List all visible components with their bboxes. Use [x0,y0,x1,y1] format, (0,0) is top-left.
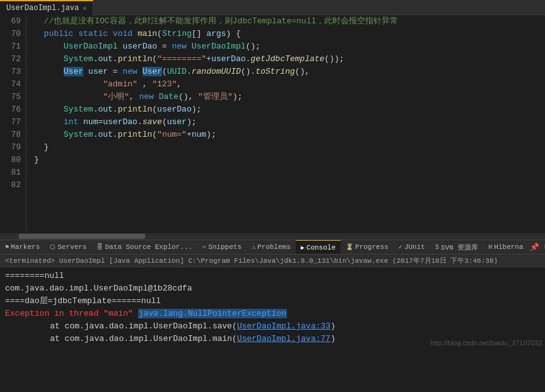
bottom-tab-servers[interactable]: ⬡Servers [45,239,91,255]
line-number: 70 [5,28,21,40]
console-line: com.java.dao.impl.UserDaoImpl@1b28cdfa [5,282,540,295]
console-line: Exception in thread "main" java.lang.Nul… [5,308,540,320]
bottom-tab-data-source[interactable]: 🗄Data Source Explor... [91,239,197,255]
stack-trace-link[interactable]: UserDaoImpl.java:33 [237,321,331,331]
code-line: User user = new User(UUID.randomUUID().t… [34,66,545,78]
tab-close-icon[interactable]: ✕ [83,4,86,12]
code-line: //也就是没有IOC容器，此时注解不能发挥作用，则JdbcTemplate=nu… [34,15,545,28]
line-number: 78 [5,129,21,141]
stop-icon[interactable]: ■ [543,243,545,251]
pin-icon[interactable]: 📌 [529,243,541,252]
code-line: "小明", new Date(), "管理员"); [34,91,545,103]
code-line: UserDaoImpl userDao = new UserDaoImpl(); [34,40,545,53]
exception-highlight: java.lang.NullPointerException [138,309,287,318]
line-number: 74 [5,78,21,91]
progress-icon: ⏳ [346,243,353,251]
line-number: 72 [5,53,21,66]
svn-icon: S [435,244,439,251]
editor-area: UserDaoImpl.java ✕ 697071727374757677787… [0,0,545,233]
bottom-tab-label: Servers [57,243,86,251]
line-number: 77 [5,116,21,129]
bottom-tab-label: Progress [355,243,389,251]
line-number: 82 [5,179,21,192]
console-line: ========null [5,270,540,282]
line-number: 73 [5,66,21,78]
servers-icon: ⬡ [50,243,56,251]
bottom-tab-label: Markers [11,243,40,251]
stack-trace-link[interactable]: UserDaoImpl.java:77 [237,334,331,343]
tab-label: UserDaoImpl.java [6,4,79,13]
bottom-tab-markers[interactable]: ⚑Markers [0,239,45,255]
code-lines: //也就是没有IOC容器，此时注解不能发挥作用，则JdbcTemplate=nu… [26,15,545,233]
line-numbers: 6970717273747576777879808182 [0,15,26,233]
code-line: System.out.println(userDao); [34,103,545,116]
bottom-tab-problems[interactable]: ⚠Problems [247,239,296,255]
bottom-tab-label: Problems [257,243,291,251]
bottom-tabs: ⚑Markers⬡Servers🗄Data Source Explor...✂S… [0,239,545,255]
bottom-tab-console[interactable]: ▶Console [296,239,341,255]
console-icon: ▶ [301,244,305,251]
bottom-tab-svn[interactable]: SSVN 资源库 [430,239,483,255]
tab-bar: UserDaoImpl.java ✕ [0,0,545,15]
line-number: 80 [5,154,21,166]
bottom-tab-label: SVN 资源库 [441,243,478,252]
panel-action-icons: 📌 ■ ✕ 🔒 ⬜ [529,243,545,252]
code-container: 6970717273747576777879808182 //也就是没有IOC容… [0,15,545,233]
code-line: } [34,141,545,154]
line-number: 81 [5,166,21,179]
console-output: ========nullcom.java.dao.impl.UserDaoImp… [0,267,545,348]
line-number: 69 [5,15,21,28]
code-line: System.out.println("========"+userDao.ge… [34,53,545,66]
bottom-tab-hiberna[interactable]: HHiberna [483,239,528,255]
console-header: <terminated> UserDaoImpl [Java Applicati… [0,255,545,267]
editor-tab[interactable]: UserDaoImpl.java ✕ [0,0,93,15]
junit-icon: ✓ [399,243,402,251]
code-line: int num=userDao.save(user); [34,116,545,129]
bottom-tab-progress[interactable]: ⏳Progress [341,239,394,255]
bottom-tab-snippets[interactable]: ✂Snippets [197,239,247,255]
console-area: <terminated> UserDaoImpl [Java Applicati… [0,255,545,348]
bottom-tab-label: JUnit [404,243,425,251]
console-line: ====dao层=jdbcTemplate======null [5,295,540,308]
data-source-icon: 🗄 [97,243,103,251]
console-line: at com.java.dao.impl.UserDaoImpl.save(Us… [5,320,540,333]
bottom-tab-junit[interactable]: ✓JUnit [394,239,430,255]
code-line: public static void main(String[] args) { [34,28,545,40]
line-number: 76 [5,103,21,116]
hiberna-icon: H [488,244,492,251]
line-number: 75 [5,91,21,103]
watermark: http://blog.csdn.net/baidu_37107022 [428,338,545,348]
bottom-tab-label: Console [307,244,336,251]
code-line: System.out.println("num="+num); [34,129,545,141]
code-line: "admin" , "123", [34,78,545,91]
line-number: 71 [5,40,21,53]
bottom-tab-label: Data Source Explor... [105,243,192,251]
editor-scrollbar[interactable] [0,233,545,239]
code-line: } [34,154,545,166]
problems-icon: ⚠ [252,243,255,251]
snippets-icon: ✂ [202,243,206,251]
markers-icon: ⚑ [5,243,9,251]
bottom-tab-label: Hiberna [494,243,523,251]
editor-scrollbar-thumb[interactable] [19,234,145,239]
line-number: 79 [5,141,21,154]
bottom-tab-label: Snippets [208,243,242,251]
